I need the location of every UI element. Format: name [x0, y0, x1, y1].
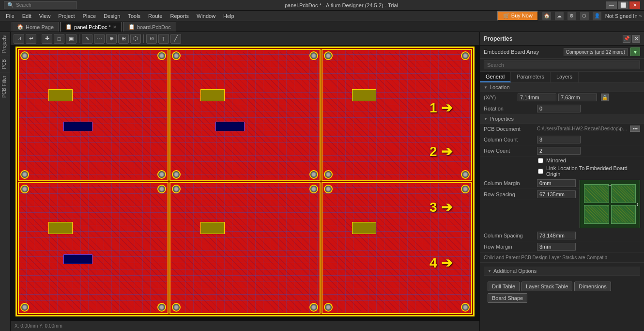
- row-count-label: Row Count: [484, 148, 537, 154]
- window-controls: — ⬜ ✕: [606, 1, 640, 9]
- board-shape-button[interactable]: Board Shape: [488, 293, 527, 303]
- layer-stack-table-button[interactable]: Layer Stack Table: [521, 282, 572, 291]
- pad-button[interactable]: ⊞: [118, 34, 129, 44]
- menu-view[interactable]: View: [35, 12, 55, 20]
- rotation-input[interactable]: [537, 105, 581, 112]
- column-margin-input[interactable]: [537, 179, 576, 187]
- properties-header: Properties 📌 ✕: [480, 32, 644, 46]
- menu-window[interactable]: Window: [193, 12, 219, 20]
- menu-file[interactable]: File: [2, 12, 18, 20]
- pcb-board[interactable]: [15, 47, 475, 316]
- row-spacing-row: Row Spacing: [480, 189, 580, 200]
- polygon-button[interactable]: ⬡: [130, 34, 141, 44]
- pcb-component-2: [215, 122, 245, 131]
- y-input[interactable]: [558, 94, 597, 101]
- pcb-traces-4: [19, 183, 168, 314]
- title-bar: 🔍 Search panel.PcbDoc * - Altium Designe…: [0, 0, 644, 11]
- corner-circle-bl-6: [324, 303, 333, 312]
- tab-layers[interactable]: Layers: [551, 72, 579, 82]
- add-button[interactable]: ✚: [42, 34, 52, 44]
- menu-route[interactable]: Route: [144, 12, 166, 20]
- home-icon[interactable]: 🏠: [542, 12, 551, 20]
- pin-panel-button[interactable]: 📌: [623, 35, 630, 43]
- dimensions-button[interactable]: Dimensions: [574, 282, 611, 291]
- properties-section-header[interactable]: ▼ Properties: [480, 114, 644, 124]
- line-button[interactable]: 〰: [94, 34, 105, 44]
- annotation-3: 3 ➔: [429, 199, 452, 215]
- filter-tool-button[interactable]: ⊿: [14, 34, 24, 44]
- cloud-icon[interactable]: ☁: [555, 12, 564, 20]
- pcb-layout-diagram: ↔ ↕: [580, 180, 640, 228]
- rectangle-button[interactable]: □: [54, 34, 64, 44]
- pcb-document-label: PCB Document: [484, 126, 537, 132]
- sidebar-item-projects[interactable]: Projects: [0, 32, 10, 56]
- sidebar-item-pcb[interactable]: PCB: [0, 56, 10, 72]
- tab-parameters[interactable]: Parameters: [511, 72, 551, 82]
- minimize-button[interactable]: —: [606, 1, 617, 9]
- corner-circle-tl: [20, 51, 29, 60]
- menu-project[interactable]: Project: [54, 12, 78, 20]
- link-location-row: Link Location To Embedded Board Origin: [480, 164, 644, 178]
- pcb-traces-2: [170, 50, 319, 180]
- curve-button[interactable]: ∿: [82, 34, 92, 44]
- row-count-input[interactable]: [537, 147, 581, 155]
- menu-design[interactable]: Design: [100, 12, 124, 20]
- pcb-traces: [19, 50, 168, 180]
- row-margin-input[interactable]: [537, 243, 576, 251]
- column-count-input[interactable]: [537, 136, 581, 143]
- no-via-button[interactable]: ⊘: [146, 34, 157, 44]
- link-location-checkbox[interactable]: [538, 169, 543, 174]
- lock-icon[interactable]: 🔒: [601, 94, 609, 101]
- column-count-row: Column Count: [480, 134, 644, 145]
- close-button[interactable]: ✕: [629, 1, 640, 9]
- menu-help[interactable]: Help: [219, 12, 238, 20]
- corner-circle-br-2: [309, 170, 318, 179]
- properties-header-right: 📌 ✕: [623, 35, 640, 43]
- text-button[interactable]: T: [158, 34, 169, 44]
- tab-general[interactable]: General: [480, 72, 511, 82]
- diagram-row: Column Margin Row Spacing: [480, 178, 644, 230]
- menu-tools[interactable]: Tools: [124, 12, 144, 20]
- pcb-document-more-button[interactable]: •••: [630, 126, 640, 132]
- component-filter-button[interactable]: ▼: [630, 47, 640, 56]
- via-button[interactable]: ⊕: [106, 34, 117, 44]
- app-title: panel.PcbDoc * - Altium Designer (24.5.2…: [77, 2, 606, 8]
- menu-place[interactable]: Place: [79, 12, 100, 20]
- tab-board-pcbdoc[interactable]: 📋 board.PcbDoc: [123, 22, 176, 32]
- tab-home[interactable]: 🏠 Home Page: [12, 22, 59, 32]
- multi-rect-button[interactable]: ▣: [66, 34, 77, 44]
- sidebar-item-pcb-filter[interactable]: PCB Filter: [0, 72, 10, 101]
- user-label[interactable]: Not Signed In ~: [605, 13, 642, 19]
- mirrored-checkbox[interactable]: [538, 158, 543, 163]
- row-spacing-input[interactable]: [537, 190, 576, 198]
- x-input[interactable]: [518, 94, 556, 101]
- xy-label: (X/Y): [484, 95, 518, 100]
- user-icon[interactable]: 👤: [593, 12, 601, 20]
- properties-search-input[interactable]: [484, 61, 640, 69]
- dimension-button[interactable]: ╱: [170, 34, 181, 44]
- tab-close-icon[interactable]: ✕: [113, 25, 117, 30]
- search-label: Search: [16, 2, 31, 8]
- undo-button[interactable]: ↩: [26, 34, 36, 44]
- column-margin-label: Column Margin: [484, 180, 537, 186]
- corner-circle-br-3: [461, 170, 470, 179]
- network-icon[interactable]: ⬡: [580, 12, 589, 20]
- drill-table-button[interactable]: Drill Table: [488, 282, 520, 291]
- buy-now-button[interactable]: 🛒 Buy Now: [497, 11, 538, 21]
- location-section-header[interactable]: ▼ Location: [480, 83, 644, 92]
- additional-options-header[interactable]: ▼ Additional Options: [484, 267, 640, 276]
- annotation-arrow-4: ➔: [441, 255, 452, 271]
- corner-circle-bl-2: [172, 170, 181, 179]
- maximize-button[interactable]: ⬜: [618, 1, 629, 9]
- component-dropdown[interactable]: Components (and 12 more): [564, 48, 628, 56]
- pcb-ic: [48, 89, 73, 101]
- settings-icon[interactable]: ⚙: [567, 12, 576, 20]
- column-spacing-input[interactable]: [537, 232, 576, 239]
- home-tab-icon: 🏠: [17, 24, 24, 30]
- row-margin-row: Row Margin: [480, 241, 644, 252]
- menu-reports[interactable]: Reports: [166, 12, 193, 20]
- title-search[interactable]: 🔍 Search: [4, 1, 77, 9]
- menu-edit[interactable]: Edit: [18, 12, 35, 20]
- close-panel-button[interactable]: ✕: [632, 35, 640, 43]
- tab-panel-pcbdoc[interactable]: 📋 panel.PcbDoc * ✕: [60, 22, 122, 32]
